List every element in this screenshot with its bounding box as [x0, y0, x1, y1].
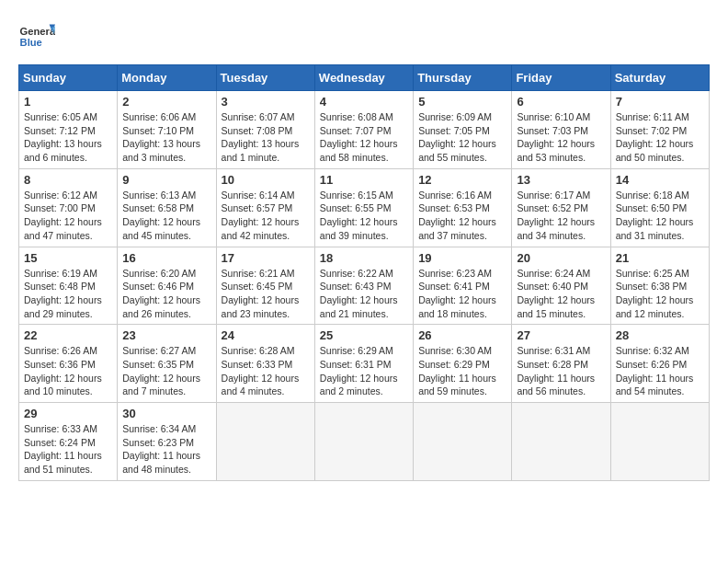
day-number: 18: [320, 251, 408, 265]
col-friday: Friday: [512, 65, 610, 91]
day-info: Sunrise: 6:32 AMSunset: 6:26 PMDaylight:…: [616, 344, 704, 398]
calendar-cell: 27Sunrise: 6:31 AMSunset: 6:28 PMDayligh…: [512, 325, 610, 403]
day-info: Sunrise: 6:11 AMSunset: 7:02 PMDaylight:…: [616, 110, 704, 165]
day-number: 16: [122, 251, 210, 265]
day-info: Sunrise: 6:14 AMSunset: 6:57 PMDaylight:…: [222, 189, 310, 243]
calendar-cell: 8Sunrise: 6:12 AMSunset: 7:00 PMDaylight…: [19, 168, 118, 247]
calendar-cell: 18Sunrise: 6:22 AMSunset: 6:43 PMDayligh…: [314, 247, 413, 325]
page-header: General Blue: [18, 18, 710, 55]
week-row-5: 29Sunrise: 6:33 AMSunset: 6:24 PMDayligh…: [19, 403, 710, 481]
calendar-cell: 19Sunrise: 6:23 AMSunset: 6:41 PMDayligh…: [414, 247, 512, 325]
calendar-cell: [314, 403, 413, 481]
day-info: Sunrise: 6:05 AMSunset: 7:12 PMDaylight:…: [24, 110, 112, 165]
day-info: Sunrise: 6:13 AMSunset: 6:58 PMDaylight:…: [122, 189, 210, 243]
day-number: 26: [418, 328, 506, 342]
calendar-cell: [512, 403, 610, 481]
day-number: 2: [122, 95, 210, 109]
calendar-cell: 11Sunrise: 6:15 AMSunset: 6:55 PMDayligh…: [314, 168, 413, 247]
col-thursday: Thursday: [414, 65, 512, 91]
calendar-cell: 16Sunrise: 6:20 AMSunset: 6:46 PMDayligh…: [118, 247, 216, 325]
week-row-2: 8Sunrise: 6:12 AMSunset: 7:00 PMDaylight…: [19, 168, 710, 247]
week-row-3: 15Sunrise: 6:19 AMSunset: 6:48 PMDayligh…: [19, 247, 710, 325]
day-number: 27: [517, 328, 605, 342]
day-number: 8: [24, 173, 112, 187]
col-wednesday: Wednesday: [314, 65, 413, 91]
day-number: 29: [24, 407, 112, 420]
day-number: 21: [616, 251, 704, 265]
day-info: Sunrise: 6:29 AMSunset: 6:31 PMDaylight:…: [320, 344, 408, 398]
logo: General Blue: [18, 18, 61, 55]
calendar-cell: 21Sunrise: 6:25 AMSunset: 6:38 PMDayligh…: [610, 247, 709, 325]
calendar-cell: 6Sunrise: 6:10 AMSunset: 7:03 PMDaylight…: [512, 91, 610, 169]
day-info: Sunrise: 6:26 AMSunset: 6:36 PMDaylight:…: [24, 344, 112, 398]
calendar-cell: 26Sunrise: 6:30 AMSunset: 6:29 PMDayligh…: [414, 325, 512, 403]
calendar-cell: 2Sunrise: 6:06 AMSunset: 7:10 PMDaylight…: [118, 91, 216, 169]
day-number: 19: [418, 251, 506, 265]
day-info: Sunrise: 6:09 AMSunset: 7:05 PMDaylight:…: [418, 110, 506, 165]
day-info: Sunrise: 6:30 AMSunset: 6:29 PMDaylight:…: [418, 344, 506, 398]
day-info: Sunrise: 6:23 AMSunset: 6:41 PMDaylight:…: [418, 267, 506, 321]
day-info: Sunrise: 6:22 AMSunset: 6:43 PMDaylight:…: [320, 267, 408, 321]
calendar-cell: 5Sunrise: 6:09 AMSunset: 7:05 PMDaylight…: [414, 91, 512, 169]
calendar-cell: 10Sunrise: 6:14 AMSunset: 6:57 PMDayligh…: [216, 168, 314, 247]
day-info: Sunrise: 6:16 AMSunset: 6:53 PMDaylight:…: [418, 189, 506, 243]
day-info: Sunrise: 6:25 AMSunset: 6:38 PMDaylight:…: [616, 267, 704, 321]
day-number: 5: [418, 95, 506, 109]
svg-text:Blue: Blue: [20, 37, 42, 48]
col-sunday: Sunday: [19, 65, 118, 91]
calendar-cell: 30Sunrise: 6:34 AMSunset: 6:23 PMDayligh…: [118, 403, 216, 481]
day-info: Sunrise: 6:33 AMSunset: 6:24 PMDaylight:…: [24, 422, 112, 477]
day-number: 10: [222, 173, 310, 187]
day-number: 9: [122, 173, 210, 187]
day-info: Sunrise: 6:34 AMSunset: 6:23 PMDaylight:…: [122, 422, 210, 477]
calendar-cell: 3Sunrise: 6:07 AMSunset: 7:08 PMDaylight…: [216, 91, 314, 169]
day-info: Sunrise: 6:10 AMSunset: 7:03 PMDaylight:…: [517, 110, 605, 165]
day-info: Sunrise: 6:31 AMSunset: 6:28 PMDaylight:…: [517, 344, 605, 398]
day-number: 6: [517, 95, 605, 109]
day-number: 7: [616, 95, 704, 109]
calendar-cell: 13Sunrise: 6:17 AMSunset: 6:52 PMDayligh…: [512, 168, 610, 247]
col-monday: Monday: [118, 65, 216, 91]
day-number: 25: [320, 328, 408, 342]
day-number: 22: [24, 328, 112, 342]
calendar-cell: 23Sunrise: 6:27 AMSunset: 6:35 PMDayligh…: [118, 325, 216, 403]
day-info: Sunrise: 6:06 AMSunset: 7:10 PMDaylight:…: [122, 110, 210, 165]
svg-text:General: General: [20, 26, 55, 37]
calendar-cell: [414, 403, 512, 481]
day-info: Sunrise: 6:28 AMSunset: 6:33 PMDaylight:…: [222, 344, 310, 398]
day-number: 30: [122, 407, 210, 420]
day-number: 20: [517, 251, 605, 265]
calendar-cell: 14Sunrise: 6:18 AMSunset: 6:50 PMDayligh…: [610, 168, 709, 247]
day-number: 1: [24, 95, 112, 109]
calendar-cell: 25Sunrise: 6:29 AMSunset: 6:31 PMDayligh…: [314, 325, 413, 403]
day-info: Sunrise: 6:15 AMSunset: 6:55 PMDaylight:…: [320, 189, 408, 243]
calendar-cell: 20Sunrise: 6:24 AMSunset: 6:40 PMDayligh…: [512, 247, 610, 325]
calendar-cell: 22Sunrise: 6:26 AMSunset: 6:36 PMDayligh…: [19, 325, 118, 403]
week-row-4: 22Sunrise: 6:26 AMSunset: 6:36 PMDayligh…: [19, 325, 710, 403]
day-info: Sunrise: 6:20 AMSunset: 6:46 PMDaylight:…: [122, 267, 210, 321]
day-info: Sunrise: 6:18 AMSunset: 6:50 PMDaylight:…: [616, 189, 704, 243]
day-info: Sunrise: 6:12 AMSunset: 7:00 PMDaylight:…: [24, 189, 112, 243]
day-number: 14: [616, 173, 704, 187]
calendar-cell: 24Sunrise: 6:28 AMSunset: 6:33 PMDayligh…: [216, 325, 314, 403]
calendar-cell: 17Sunrise: 6:21 AMSunset: 6:45 PMDayligh…: [216, 247, 314, 325]
day-number: 3: [222, 95, 310, 109]
calendar-cell: 9Sunrise: 6:13 AMSunset: 6:58 PMDaylight…: [118, 168, 216, 247]
calendar-table: Sunday Monday Tuesday Wednesday Thursday…: [18, 64, 710, 481]
day-number: 24: [222, 328, 310, 342]
calendar-cell: 15Sunrise: 6:19 AMSunset: 6:48 PMDayligh…: [19, 247, 118, 325]
calendar-cell: [216, 403, 314, 481]
day-info: Sunrise: 6:21 AMSunset: 6:45 PMDaylight:…: [222, 267, 310, 321]
day-info: Sunrise: 6:17 AMSunset: 6:52 PMDaylight:…: [517, 189, 605, 243]
calendar-cell: 1Sunrise: 6:05 AMSunset: 7:12 PMDaylight…: [19, 91, 118, 169]
logo-icon: General Blue: [18, 18, 55, 55]
day-info: Sunrise: 6:08 AMSunset: 7:07 PMDaylight:…: [320, 110, 408, 165]
col-saturday: Saturday: [610, 65, 709, 91]
day-number: 23: [122, 328, 210, 342]
calendar-cell: 12Sunrise: 6:16 AMSunset: 6:53 PMDayligh…: [414, 168, 512, 247]
day-info: Sunrise: 6:27 AMSunset: 6:35 PMDaylight:…: [122, 344, 210, 398]
day-number: 11: [320, 173, 408, 187]
day-number: 13: [517, 173, 605, 187]
calendar-header-row: Sunday Monday Tuesday Wednesday Thursday…: [19, 65, 710, 91]
day-info: Sunrise: 6:19 AMSunset: 6:48 PMDaylight:…: [24, 267, 112, 321]
